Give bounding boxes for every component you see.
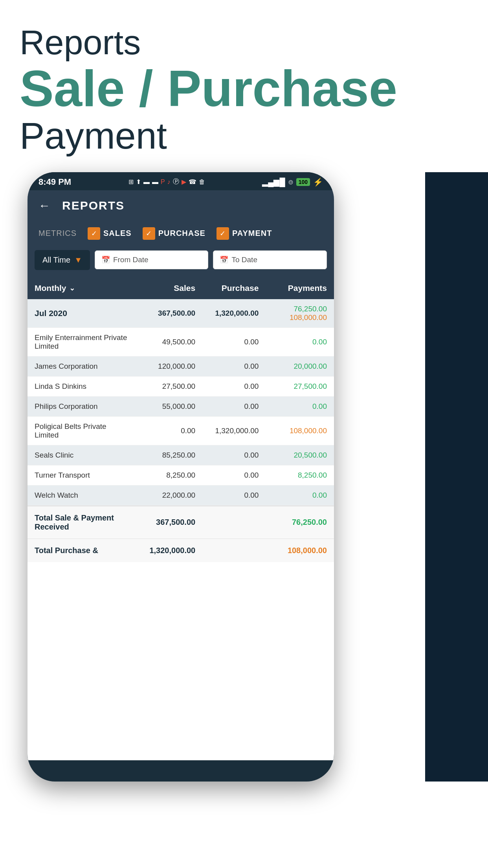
row-name: Turner Transport — [35, 471, 132, 480]
purchase-checkbox[interactable]: ✓ — [143, 227, 155, 240]
table-row: Turner Transport 8,250.00 0.00 8,250.00 — [28, 465, 334, 485]
row-payment: 27,500.00 — [259, 382, 327, 391]
row-name: Poligical Belts Private Limited — [35, 422, 132, 440]
row-payment: 0.00 — [259, 402, 327, 411]
to-date-label: To Date — [231, 256, 257, 264]
reports-table: Monthly ⌄ Sales Purchase Payments Jul 20… — [28, 277, 334, 562]
row-sales: 367,500.00 — [132, 309, 195, 318]
row-sales: 49,500.00 — [132, 338, 195, 346]
table-row: Welch Watch 22,000.00 0.00 0.00 — [28, 485, 334, 506]
row-name: Seals Clinic — [35, 451, 132, 460]
back-button[interactable]: ← — [39, 199, 50, 212]
all-time-button[interactable]: All Time ▼ — [35, 250, 90, 270]
total-purchase-sales: 1,320,000.00 — [132, 546, 195, 555]
app-header: ← REPORTS — [28, 190, 334, 221]
metric-sales[interactable]: ✓ SALES — [88, 227, 132, 240]
app-screen: ← REPORTS METRICS ✓ SALES ✓ PURCHASE ✓ P… — [28, 190, 334, 760]
payment-label: PAYMENT — [232, 229, 272, 238]
row-sales: 27,500.00 — [132, 382, 195, 391]
bars-icon1: ▬ — [143, 178, 150, 186]
row-sales: 120,000.00 — [132, 362, 195, 371]
tiktok-icon: ♪ — [167, 178, 171, 186]
row-payment: 8,250.00 — [259, 471, 327, 480]
row-payment: 0.00 — [259, 338, 327, 346]
hero-sale-purchase-label: Sale / Purchase — [20, 62, 468, 116]
header-payments: Payments — [259, 283, 327, 293]
row-payment: 20,000.00 — [259, 362, 327, 371]
row-purchase: 0.00 — [195, 451, 259, 460]
total-purchase-label: Total Purchase & — [35, 546, 132, 555]
status-bar: 8:49 PM ⊞ ⬆ ▬ ▬ P ♪ Ⓟ ▶ ☎ 🗑 ▂▄▆█ ⌾ 100 ⚡ — [28, 172, 334, 190]
purchase-label: PURCHASE — [158, 229, 205, 238]
battery-badge: 100 — [296, 178, 310, 186]
youtube-icon: ▶ — [182, 178, 186, 186]
sales-label: SALES — [103, 229, 132, 238]
header-purchase: Purchase — [195, 283, 259, 293]
row-payment: 0.00 — [259, 491, 327, 500]
row-period: Jul 2020 — [35, 309, 132, 318]
total-row-sale: Total Sale & Payment Received 367,500.00… — [28, 506, 334, 539]
row-name: Emily Enterrainment Private Limited — [35, 333, 132, 351]
table-row: Poligical Belts Private Limited 0.00 1,3… — [28, 417, 334, 445]
phone-icon: ☎ — [189, 178, 196, 186]
table-row: Jul 2020 367,500.00 1,320,000.00 76,250.… — [28, 299, 334, 328]
calendar-icon-from: 📅 — [101, 256, 110, 264]
metrics-row: METRICS ✓ SALES ✓ PURCHASE ✓ PAYMENT — [28, 221, 334, 246]
row-sales: 8,250.00 — [132, 471, 195, 480]
row-purchase: 0.00 — [195, 382, 259, 391]
total-sale-payment: 76,250.00 — [259, 518, 327, 527]
row-name: Linda S Dinkins — [35, 382, 132, 391]
row-purchase: 1,320,000.00 — [195, 427, 259, 435]
calendar-icon-to: 📅 — [220, 256, 228, 264]
total-sale-sales: 367,500.00 — [132, 518, 195, 527]
chevron-down-icon: ⌄ — [69, 284, 75, 292]
row-payments: 76,250.00 108,000.00 — [259, 305, 327, 322]
metric-purchase[interactable]: ✓ PURCHASE — [143, 227, 205, 240]
hero-payment-label: Payment — [20, 115, 468, 156]
notification-icon: ⊞ — [128, 178, 134, 186]
table-header: Monthly ⌄ Sales Purchase Payments — [28, 277, 334, 299]
status-time: 8:49 PM — [39, 177, 71, 187]
table-row: Philips Corporation 55,000.00 0.00 0.00 — [28, 397, 334, 417]
filter-icon: ▼ — [74, 256, 82, 265]
payment-checkbox[interactable]: ✓ — [216, 227, 229, 240]
bars-icon2: ▬ — [152, 178, 158, 186]
row-sales: 22,000.00 — [132, 491, 195, 500]
bolt-icon: ⚡ — [313, 177, 323, 187]
upload-icon: ⬆ — [136, 178, 141, 186]
row-name: Philips Corporation — [35, 402, 132, 411]
total-purchase-payment: 108,000.00 — [259, 546, 327, 555]
hero-reports-label: Reports — [20, 24, 468, 62]
row-payment: 108,000.00 — [259, 427, 327, 435]
row-payment-orange: 108,000.00 — [290, 313, 327, 322]
row-payment: 20,500.00 — [259, 451, 327, 460]
header-monthly[interactable]: Monthly ⌄ — [35, 283, 132, 293]
hero-section: Reports Sale / Purchase Payment — [0, 0, 488, 172]
from-date-label: From Date — [113, 256, 149, 264]
row-purchase: 0.00 — [195, 491, 259, 500]
metric-payment[interactable]: ✓ PAYMENT — [216, 227, 272, 240]
filter-row: All Time ▼ 📅 From Date 📅 To Date — [28, 246, 334, 277]
row-purchase: 1,320,000.00 — [195, 309, 259, 318]
all-time-label: All Time — [42, 256, 70, 265]
table-row: Emily Enterrainment Private Limited 49,5… — [28, 328, 334, 357]
row-sales: 85,250.00 — [132, 451, 195, 460]
to-date-button[interactable]: 📅 To Date — [213, 250, 327, 269]
app-title: REPORTS — [62, 199, 125, 212]
table-row: Seals Clinic 85,250.00 0.00 20,500.00 — [28, 445, 334, 465]
table-row: Linda S Dinkins 27,500.00 0.00 27,500.00 — [28, 377, 334, 397]
trash-icon: 🗑 — [199, 178, 205, 186]
row-name: James Corporation — [35, 362, 132, 371]
total-sale-label: Total Sale & Payment Received — [35, 513, 132, 531]
row-sales: 0.00 — [132, 427, 195, 435]
row-purchase: 0.00 — [195, 471, 259, 480]
sales-checkbox[interactable]: ✓ — [88, 227, 100, 240]
signal-icon: ▂▄▆█ — [262, 177, 285, 187]
table-row: James Corporation 120,000.00 0.00 20,000… — [28, 357, 334, 377]
p2-icon: Ⓟ — [173, 178, 179, 186]
from-date-button[interactable]: 📅 From Date — [95, 250, 209, 269]
row-purchase: 0.00 — [195, 402, 259, 411]
row-sales: 55,000.00 — [132, 402, 195, 411]
p-icon: P — [161, 178, 165, 186]
status-right: ▂▄▆█ ⌾ 100 ⚡ — [262, 177, 323, 187]
